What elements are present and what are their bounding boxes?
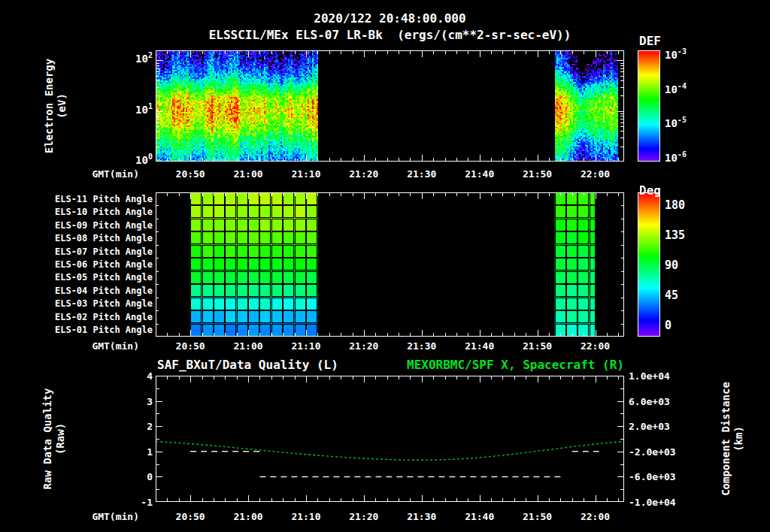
time-tick-label: 21:40 <box>457 168 502 180</box>
time-tick-label: 21:10 <box>283 168 329 180</box>
quality-tick-label: 2 <box>126 421 153 432</box>
time-tick-label: 21:50 <box>515 511 560 522</box>
distance-tick-label: 6.0e+03 <box>629 396 681 407</box>
electron-energy-spectrogram <box>156 50 624 162</box>
energy-tick-label: 100 <box>120 155 153 166</box>
deg-tick-label: 45 <box>665 290 702 301</box>
quality-tick-label: 0 <box>126 471 153 482</box>
quality-axis-label-line1: Raw Data Quality <box>41 356 54 521</box>
time-tick-label: 22:00 <box>573 340 618 352</box>
time-tick-label: 21:10 <box>283 511 329 522</box>
energy-axis-label-line1: Electron Energy <box>43 23 56 189</box>
plot-title: ELSSCIL/MEx ELS-07 LR-Bk (ergs/(cm**2-sr… <box>156 28 624 42</box>
distance-axis-label-line1: Component Distance <box>720 356 732 521</box>
deg-tick-label: 135 <box>665 230 702 241</box>
time-tick-label: 21:40 <box>457 511 502 522</box>
time-tick-label: 21:40 <box>457 340 502 352</box>
distance-tick-label: 1.0e+04 <box>629 370 681 382</box>
energy-tick-label: 102 <box>120 53 153 65</box>
distance-axis-label: Component Distance (km) <box>720 356 745 521</box>
def-tick-label: 10-3 <box>665 50 717 61</box>
deg-colorbar <box>638 192 660 337</box>
distance-tick-label: -6.0e+03 <box>629 471 681 482</box>
pitch-row-label: ELS-10 Pitch Angle <box>44 207 153 218</box>
gmt-axis-label: GMT(min) <box>73 511 139 522</box>
time-tick-label: 21:00 <box>226 340 271 352</box>
quality-axis-label-line2: (Raw) <box>54 356 67 521</box>
pitch-row-label: ELS-02 Pitch Angle <box>44 312 153 323</box>
energy-axis-label-line2: (eV) <box>56 23 68 189</box>
pitch-row-label: ELS-05 Pitch Angle <box>44 272 153 283</box>
deg-tick-label: 180 <box>665 200 702 211</box>
def-tick-label: 10-5 <box>665 118 717 129</box>
energy-axis-label: Electron Energy (eV) <box>43 23 68 189</box>
distance-axis-label-line2: (km) <box>732 356 745 521</box>
def-tick-label: 10-4 <box>665 84 717 95</box>
spacecraft-series-title: MEXORBMC/SPF X, Spacecraft (R) <box>407 358 624 372</box>
time-tick-label: 21:50 <box>515 340 560 352</box>
def-colorbar-title: DEF <box>639 34 661 48</box>
pitch-row-label: ELS-04 Pitch Angle <box>44 286 153 297</box>
pitch-angle-panel <box>156 192 624 337</box>
deg-tick-label: 90 <box>665 260 702 271</box>
quality-tick-label: -1 <box>126 497 153 508</box>
distance-tick-label: 2.0e+03 <box>629 421 681 432</box>
time-tick-label: 21:30 <box>399 511 444 522</box>
quality-tick-label: 3 <box>126 396 153 407</box>
time-tick-label: 22:00 <box>573 511 618 522</box>
pitch-row-label: ELS-11 Pitch Angle <box>44 194 153 205</box>
time-tick-label: 20:50 <box>168 511 213 522</box>
time-tick-label: 21:00 <box>226 511 271 522</box>
def-tick-label: 10-6 <box>665 153 717 164</box>
time-tick-label: 21:30 <box>399 168 444 180</box>
quality-tick-label: 4 <box>126 370 153 382</box>
def-colorbar <box>638 50 660 162</box>
time-tick-label: 20:50 <box>168 168 213 180</box>
time-tick-label: 22:00 <box>573 168 618 180</box>
energy-tick-label: 101 <box>120 104 153 116</box>
time-tick-label: 21:20 <box>341 511 387 522</box>
pitch-row-label: ELS-07 Pitch Angle <box>44 246 153 258</box>
plot-datetime: 2020/122 20:48:00.000 <box>156 11 624 26</box>
quality-axis-label: Raw Data Quality (Raw) <box>41 356 67 521</box>
time-tick-label: 21:10 <box>283 340 329 352</box>
time-tick-label: 20:50 <box>168 340 213 352</box>
pitch-row-label: ELS-06 Pitch Angle <box>44 259 153 271</box>
quality-series-title: SAF_BXuT/Data Quality (L) <box>157 358 338 372</box>
gmt-axis-label: GMT(min) <box>73 168 139 180</box>
line-plot-panel <box>156 376 624 502</box>
deg-colorbar-title: Deg <box>639 183 661 198</box>
quality-tick-label: 1 <box>126 446 153 458</box>
time-tick-label: 21:20 <box>341 340 387 352</box>
time-tick-label: 21:00 <box>226 168 271 180</box>
distance-tick-label: -2.0e+03 <box>629 446 681 458</box>
sddas-plot-window: 2020/122 20:48:00.000 ELSSCIL/MEx ELS-07… <box>0 0 770 532</box>
time-tick-label: 21:30 <box>399 340 444 352</box>
deg-tick-label: 0 <box>665 320 702 331</box>
distance-tick-label: -1.0e+04 <box>629 497 681 508</box>
time-tick-label: 21:50 <box>515 168 560 180</box>
pitch-row-label: ELS-01 Pitch Angle <box>44 325 153 336</box>
pitch-row-label: ELS-09 Pitch Angle <box>44 220 153 231</box>
gmt-axis-label: GMT(min) <box>73 340 139 352</box>
pitch-row-label: ELS-03 Pitch Angle <box>44 298 153 310</box>
time-tick-label: 21:20 <box>341 168 387 180</box>
pitch-row-label: ELS-08 Pitch Angle <box>44 233 153 244</box>
